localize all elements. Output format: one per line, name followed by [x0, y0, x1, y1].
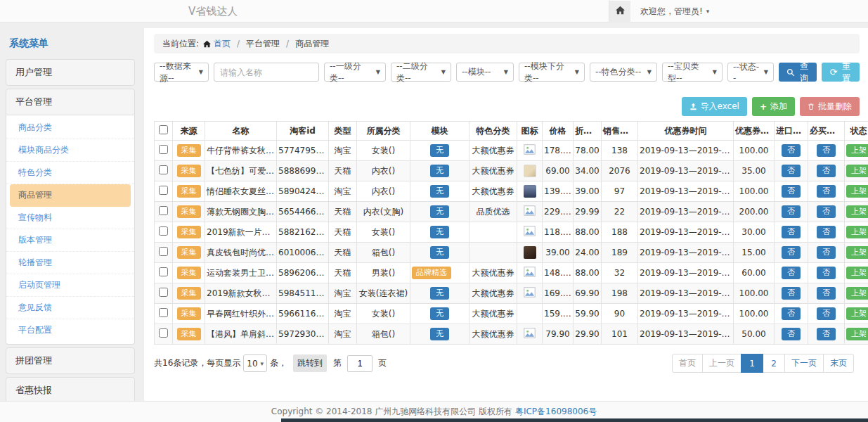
- module-badge[interactable]: 无: [430, 307, 449, 320]
- must-buy-toggle[interactable]: 否: [817, 165, 836, 177]
- status-badge[interactable]: 上架: [846, 246, 868, 259]
- import-choice-toggle[interactable]: 否: [782, 185, 801, 198]
- jump-button[interactable]: 跳转到: [293, 354, 327, 372]
- filter-select-3[interactable]: --模块--▼: [456, 63, 514, 82]
- page-末页[interactable]: 末页: [823, 354, 854, 373]
- status-badge[interactable]: 上架: [846, 185, 868, 198]
- status-badge[interactable]: 上架: [846, 328, 868, 340]
- module-badge[interactable]: 无: [430, 246, 449, 259]
- import-choice-toggle[interactable]: 否: [782, 165, 801, 177]
- filter-select-1[interactable]: --一级分类--▼: [324, 63, 386, 82]
- row-checkbox[interactable]: [159, 206, 168, 215]
- app-title: V省钱达人: [188, 0, 238, 23]
- sidebar-item-商品管理[interactable]: 商品管理: [10, 184, 131, 207]
- module-badge[interactable]: 无: [430, 328, 449, 340]
- must-buy-toggle[interactable]: 否: [817, 144, 836, 157]
- import-choice-toggle[interactable]: 否: [782, 267, 801, 279]
- row-checkbox[interactable]: [159, 308, 168, 317]
- status-badge[interactable]: 上架: [846, 205, 868, 218]
- status-badge[interactable]: 上架: [846, 267, 868, 279]
- cell-price: 79.90: [543, 324, 574, 345]
- must-buy-toggle[interactable]: 否: [817, 328, 836, 340]
- sidebar-item-版本管理[interactable]: 版本管理: [6, 229, 134, 252]
- filter-data-source[interactable]: --数据来源--▼: [154, 63, 209, 82]
- must-buy-toggle[interactable]: 否: [817, 267, 836, 279]
- row-checkbox[interactable]: [159, 288, 168, 297]
- must-buy-toggle[interactable]: 否: [817, 307, 836, 320]
- module-badge[interactable]: 无: [430, 226, 449, 238]
- page-下一页[interactable]: 下一页: [784, 354, 824, 373]
- sidebar-submenu: 商品分类模块商品分类特色分类商品管理宣传物料版本管理轮播管理启动页管理意见反馈平…: [6, 115, 135, 345]
- status-badge[interactable]: 上架: [846, 307, 868, 320]
- must-buy-toggle[interactable]: 否: [817, 205, 836, 218]
- status-badge[interactable]: 上架: [846, 165, 868, 177]
- row-checkbox[interactable]: [159, 145, 168, 154]
- search-button[interactable]: 查询: [779, 63, 817, 82]
- page-size-select[interactable]: 10 ▾: [243, 354, 267, 372]
- jump-page-input[interactable]: [347, 355, 373, 372]
- import-choice-toggle[interactable]: 否: [782, 246, 801, 259]
- sidebar-item-宣传物料[interactable]: 宣传物料: [6, 207, 134, 229]
- import-choice-toggle[interactable]: 否: [782, 226, 801, 238]
- module-badge[interactable]: 品牌精选: [412, 267, 451, 279]
- import-choice-toggle[interactable]: 否: [782, 287, 801, 300]
- module-badge[interactable]: 无: [430, 165, 449, 177]
- row-checkbox[interactable]: [159, 165, 168, 174]
- sidebar-group-0[interactable]: 用户管理: [6, 59, 135, 86]
- filter-select-2[interactable]: --二级分类--▼: [391, 63, 451, 82]
- name-search-input[interactable]: [214, 63, 319, 82]
- row-checkbox[interactable]: [159, 247, 168, 256]
- import-excel-button[interactable]: 导入excel: [682, 97, 747, 116]
- row-checkbox[interactable]: [159, 267, 168, 276]
- toolbar: 导入excel + 添加 批量删除: [154, 97, 860, 116]
- sidebar-item-特色分类[interactable]: 特色分类: [6, 162, 134, 184]
- home-button[interactable]: [609, 1, 630, 23]
- select-all-checkbox[interactable]: [159, 125, 168, 134]
- sidebar-group-3[interactable]: 省惠快报: [6, 377, 135, 404]
- breadcrumb-home-link[interactable]: 首页: [214, 34, 231, 53]
- status-badge[interactable]: 上架: [846, 287, 868, 300]
- sidebar-item-启动页管理[interactable]: 启动页管理: [6, 274, 134, 297]
- page-2[interactable]: 2: [763, 354, 785, 373]
- add-button[interactable]: + 添加: [752, 97, 795, 116]
- import-choice-toggle[interactable]: 否: [782, 205, 801, 218]
- filter-select-5[interactable]: --特色分类--▼: [590, 63, 657, 82]
- sidebar-item-轮播管理[interactable]: 轮播管理: [6, 252, 134, 274]
- sidebar-group-1[interactable]: 平台管理: [6, 89, 135, 115]
- icp-link[interactable]: 粤ICP备16098006号: [515, 407, 597, 416]
- cell-feature: 大额优惠券: [469, 181, 517, 202]
- sidebar-item-平台配置[interactable]: 平台配置: [6, 319, 134, 341]
- cell-icon: [517, 263, 543, 283]
- page-1[interactable]: 1: [741, 354, 763, 373]
- must-buy-toggle[interactable]: 否: [817, 287, 836, 300]
- import-choice-toggle[interactable]: 否: [782, 328, 801, 340]
- cell-source: 采集: [173, 222, 205, 243]
- filter-select-6[interactable]: --宝贝类型--▼: [662, 63, 723, 82]
- must-buy-toggle[interactable]: 否: [817, 226, 836, 238]
- sidebar-item-意见反馈[interactable]: 意见反馈: [6, 297, 134, 319]
- cell-type: 淘宝: [329, 283, 357, 304]
- cell-icon: [517, 243, 543, 263]
- status-badge[interactable]: 上架: [846, 226, 868, 238]
- import-choice-toggle[interactable]: 否: [782, 144, 801, 157]
- sidebar-item-商品分类[interactable]: 商品分类: [6, 117, 134, 139]
- module-badge[interactable]: 无: [430, 287, 449, 300]
- row-checkbox[interactable]: [159, 226, 168, 236]
- filter-select-4[interactable]: --模块下分类--▼: [519, 63, 585, 82]
- sidebar-item-模块商品分类[interactable]: 模块商品分类: [6, 139, 134, 162]
- status-badge[interactable]: 上架: [846, 144, 868, 157]
- must-buy-toggle[interactable]: 否: [817, 185, 836, 198]
- sidebar-group-2[interactable]: 拼团管理: [6, 347, 135, 374]
- import-choice-toggle[interactable]: 否: [782, 307, 801, 320]
- batch-delete-button[interactable]: 批量删除: [800, 97, 860, 116]
- row-checkbox[interactable]: [159, 186, 168, 195]
- module-badge[interactable]: 无: [430, 144, 449, 157]
- reset-button[interactable]: ⟳ 重置: [822, 63, 860, 82]
- column-header-必买清单: 必买清单: [808, 122, 845, 141]
- row-checkbox[interactable]: [159, 328, 168, 338]
- filter-select-7[interactable]: --状态--▼: [727, 63, 774, 82]
- module-badge[interactable]: 无: [430, 185, 449, 198]
- must-buy-toggle[interactable]: 否: [817, 246, 836, 259]
- module-badge[interactable]: 无: [430, 205, 449, 218]
- user-menu[interactable]: 欢迎您，管理员! ▾: [640, 6, 709, 18]
